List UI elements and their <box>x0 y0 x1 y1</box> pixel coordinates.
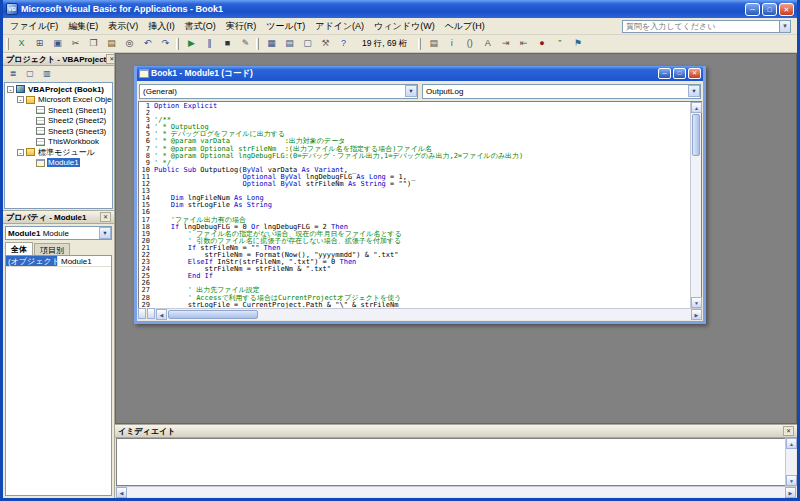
view-code-button[interactable]: ≣ <box>5 67 21 79</box>
code-line[interactable]: 15 Dim strLogFile As String <box>139 202 690 209</box>
expand-collapse-icon[interactable]: - <box>17 96 24 103</box>
menu-item-8[interactable]: ウィンドウ(W) <box>369 18 440 35</box>
tree-item[interactable]: Sheet3 (Sheet3) <box>5 126 112 137</box>
code-window-titlebar[interactable]: Book1 - Module1 (コード) ─ □ ✕ <box>137 66 703 81</box>
comment-block-icon[interactable]: ” <box>551 36 568 51</box>
tab-categorized[interactable]: 項目別 <box>34 243 70 255</box>
paste-icon[interactable]: ▤ <box>103 36 120 51</box>
tab-alphabetic[interactable]: 全体 <box>5 242 33 255</box>
toggle-breakpoint-icon[interactable]: ● <box>533 36 550 51</box>
tree-item[interactable]: Sheet2 (Sheet2) <box>5 116 112 127</box>
complete-word-icon[interactable]: A <box>479 36 496 51</box>
menu-item-0[interactable]: ファイル(F) <box>5 18 63 35</box>
property-value-cell[interactable]: Module1 <box>58 257 111 266</box>
question-dropdown-icon[interactable]: ▼ <box>780 20 791 33</box>
tree-item[interactable]: ThisWorkbook <box>5 137 112 148</box>
toggle-folders-button[interactable]: ▥ <box>39 67 55 79</box>
code-pane[interactable]: 1Option Explicit23'/**4' * OutputLog5' *… <box>139 102 690 308</box>
toolbar-grip[interactable] <box>6 38 9 50</box>
redo-icon[interactable]: ↷ <box>157 36 174 51</box>
find-icon[interactable]: ◎ <box>121 36 138 51</box>
immediate-vertical-scrollbar[interactable]: ▲ ▼ <box>785 438 796 486</box>
object-dropdown-icon[interactable]: ▼ <box>405 85 417 97</box>
expand-collapse-icon[interactable]: - <box>7 86 14 93</box>
tree-item[interactable]: Module1 <box>5 158 112 169</box>
code-window-minimize-button[interactable]: ─ <box>658 68 671 79</box>
code-window-close-button[interactable]: ✕ <box>688 68 701 79</box>
quick-info-icon[interactable]: i <box>443 36 460 51</box>
property-name-cell[interactable]: (オブジェクト名) <box>6 256 58 266</box>
save-icon[interactable]: ▣ <box>49 36 66 51</box>
help-icon[interactable]: ? <box>335 36 352 51</box>
parameter-info-icon[interactable]: () <box>461 36 478 51</box>
question-input[interactable] <box>622 20 780 33</box>
properties-panel-close-icon[interactable]: ✕ <box>100 212 111 222</box>
insert-userform-icon[interactable]: ⊞ <box>31 36 48 51</box>
break-icon[interactable]: ∥ <box>201 36 218 51</box>
properties-object-dropdown-icon[interactable]: ▼ <box>99 227 111 239</box>
expand-collapse-icon[interactable]: - <box>17 149 24 156</box>
horizontal-scroll-thumb[interactable] <box>168 310 258 319</box>
immediate-scroll-right-icon[interactable]: ▶ <box>785 487 796 498</box>
undo-icon[interactable]: ↶ <box>139 36 156 51</box>
code-line[interactable]: 12 Optional ByVal strFileNm As String = … <box>139 181 690 188</box>
tree-item[interactable]: -VBAProject (Book1) <box>5 84 112 95</box>
toolbox-icon[interactable]: ⚒ <box>317 36 334 51</box>
properties-object-selector[interactable]: Module1 Module ▼ <box>5 226 112 240</box>
cut-icon[interactable]: ✂ <box>67 36 84 51</box>
indent-icon[interactable]: ⇥ <box>497 36 514 51</box>
menu-item-5[interactable]: 実行(R) <box>221 18 262 35</box>
margin-split-box-1[interactable] <box>138 308 146 319</box>
menu-item-9[interactable]: ヘルプ(H) <box>440 18 490 35</box>
menu-item-2[interactable]: 表示(V) <box>103 18 143 35</box>
run-icon[interactable]: ▶ <box>183 36 200 51</box>
list-properties-icon[interactable]: ▤ <box>425 36 442 51</box>
menu-item-3[interactable]: 挿入(I) <box>143 18 180 35</box>
immediate-scroll-up-icon[interactable]: ▲ <box>786 438 797 449</box>
code-window-restore-button[interactable]: □ <box>673 68 686 79</box>
maximize-button[interactable]: □ <box>762 3 777 16</box>
copy-icon[interactable]: ❐ <box>85 36 102 51</box>
immediate-scroll-down-icon[interactable]: ▼ <box>786 475 797 486</box>
code-line[interactable]: 2 <box>139 110 690 117</box>
design-mode-icon[interactable]: ✎ <box>237 36 254 51</box>
menu-item-6[interactable]: ツール(T) <box>261 18 310 35</box>
scroll-up-icon[interactable]: ▲ <box>691 102 702 113</box>
scroll-right-icon[interactable]: ▶ <box>691 309 702 320</box>
scroll-down-icon[interactable]: ▼ <box>691 297 702 308</box>
immediate-scroll-left-icon[interactable]: ◀ <box>116 487 127 498</box>
code-vertical-scrollbar[interactable]: ▲ ▼ <box>690 102 701 308</box>
close-button[interactable]: ✕ <box>779 3 794 16</box>
property-row-object-name[interactable]: (オブジェクト名) Module1 <box>6 256 111 267</box>
vertical-scroll-thumb[interactable] <box>692 114 700 156</box>
tree-item[interactable]: Sheet1 (Sheet1) <box>5 105 112 116</box>
immediate-horizontal-scrollbar[interactable]: ◀ ▶ <box>116 486 796 497</box>
project-explorer-icon[interactable]: ▦ <box>263 36 280 51</box>
code-line[interactable]: 8' * @param Optional lngDebugFLG:(0=デバッグ… <box>139 153 690 160</box>
reset-icon[interactable]: ■ <box>219 36 236 51</box>
procedure-dropdown-icon[interactable]: ▼ <box>688 85 700 97</box>
bookmark-icon[interactable]: ⚑ <box>569 36 586 51</box>
properties-window-icon[interactable]: ▤ <box>281 36 298 51</box>
project-panel-close-icon[interactable]: ✕ <box>106 54 114 64</box>
tree-item[interactable]: -標準モジュール <box>5 147 112 158</box>
view-excel-icon[interactable]: X <box>13 36 30 51</box>
tree-item[interactable]: -Microsoft Excel Object <box>5 95 112 106</box>
immediate-close-icon[interactable]: ✕ <box>783 426 794 436</box>
object-browser-icon[interactable]: ▢ <box>299 36 316 51</box>
immediate-input-area[interactable] <box>116 438 785 486</box>
margin-split-box-2[interactable] <box>147 308 155 319</box>
view-object-button[interactable]: ▢ <box>22 67 38 79</box>
object-dropdown[interactable]: (General) ▼ <box>139 84 418 99</box>
procedure-dropdown[interactable]: OutputLog ▼ <box>422 84 701 99</box>
menu-item-7[interactable]: アドイン(A) <box>310 18 369 35</box>
outdent-icon[interactable]: ⇤ <box>515 36 532 51</box>
menu-item-1[interactable]: 編集(E) <box>63 18 103 35</box>
minimize-button[interactable]: ─ <box>745 3 760 16</box>
code-line[interactable]: 1Option Explicit <box>139 103 690 110</box>
scroll-left-icon[interactable]: ◀ <box>156 309 167 320</box>
code-line[interactable]: 24 strFileNm = strFileNm & ".txt" <box>139 266 690 273</box>
code-line[interactable]: 25 End If <box>139 273 690 280</box>
menu-item-4[interactable]: 書式(O) <box>180 18 221 35</box>
code-horizontal-scrollbar[interactable]: ◀ ▶ <box>156 308 702 320</box>
